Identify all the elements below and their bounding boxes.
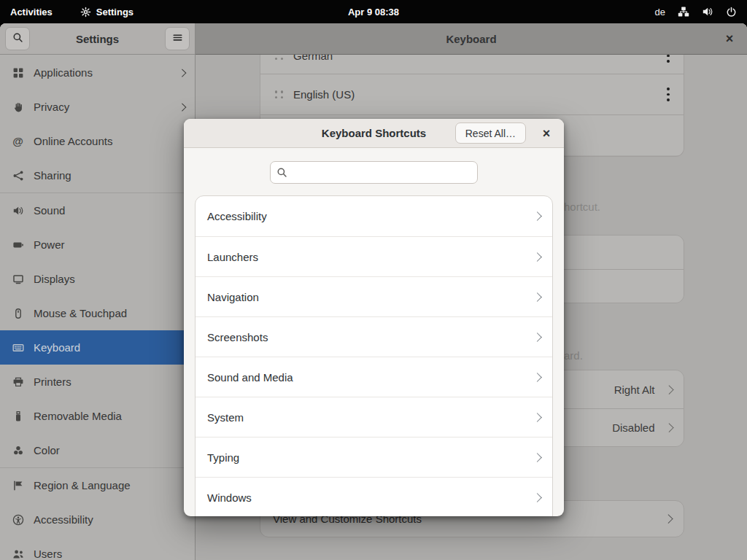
window-close-button[interactable]: × <box>719 28 740 49</box>
top-bar: Activities Settings Apr 9 08:38 de <box>0 0 747 23</box>
search-icon <box>12 32 23 46</box>
shortcut-category-sound-and-media[interactable]: Sound and Media <box>196 357 552 397</box>
chevron-right-icon <box>533 332 542 342</box>
chevron-right-icon <box>665 385 673 394</box>
page-title: Keyboard <box>196 23 747 54</box>
chevron-right-icon <box>533 413 542 422</box>
search-icon <box>276 167 287 181</box>
sidebar-item-removable-media[interactable]: Removable Media <box>0 399 195 433</box>
color-circles-icon <box>12 444 24 456</box>
shortcut-category-system[interactable]: System <box>196 397 552 437</box>
sidebar-item-applications[interactable]: Applications <box>0 55 195 90</box>
chevron-right-icon <box>533 453 542 462</box>
sidebar-item-label: Keyboard <box>34 341 80 354</box>
sidebar-item-sound[interactable]: Sound <box>0 193 195 228</box>
power-battery-icon <box>12 238 24 251</box>
dialog-close-button[interactable]: × <box>536 123 557 144</box>
sidebar-item-label: Color <box>34 444 60 456</box>
focused-app-label: Settings <box>96 7 133 18</box>
sidebar-item-mouse-touchpad[interactable]: Mouse & Touchpad <box>0 296 195 330</box>
shortcut-category-label: Navigation <box>207 291 259 303</box>
input-source-row-english-us[interactable]: English (US) <box>260 74 684 114</box>
shortcut-category-label: Accessibility <box>207 210 267 222</box>
shortcut-category-screenshots[interactable]: Screenshots <box>196 316 552 357</box>
sidebar: Settings ApplicationsPrivacy@Online Acco… <box>0 23 196 560</box>
drag-handle-icon <box>275 90 284 98</box>
sidebar-headerbar: Settings <box>0 23 195 55</box>
printer-icon <box>12 376 24 388</box>
kebab-menu-icon[interactable] <box>665 55 672 66</box>
input-source-row-german[interactable]: German <box>260 55 684 74</box>
sidebar-item-label: Displays <box>34 273 75 285</box>
shortcut-categories-list: AccessibilityLaunchersNavigationScreensh… <box>195 195 553 516</box>
shortcut-category-label: Sound and Media <box>207 371 293 384</box>
shortcut-category-label: Screenshots <box>207 331 268 343</box>
shortcut-category-launchers[interactable]: Launchers <box>196 236 552 276</box>
power-icon[interactable] <box>726 7 737 18</box>
sidebar-item-label: Power <box>34 238 65 251</box>
sidebar-item-label: Users <box>34 548 62 560</box>
sidebar-item-keyboard[interactable]: Keyboard <box>0 330 195 365</box>
sidebar-item-label: Region & Language <box>34 479 131 491</box>
sidebar-item-online-accounts[interactable]: @Online Accounts <box>0 124 195 158</box>
online-accounts-at-icon: @ <box>12 135 24 147</box>
search-button[interactable] <box>5 27 30 50</box>
system-status-area[interactable]: de <box>655 6 747 18</box>
close-icon: × <box>543 127 551 141</box>
sidebar-item-label: Removable Media <box>34 410 122 422</box>
shortcut-category-label: System <box>207 411 244 424</box>
shortcut-category-typing[interactable]: Typing <box>196 437 552 477</box>
main-headerbar: Keyboard × <box>196 23 747 55</box>
privacy-hand-icon <box>12 101 24 113</box>
sidebar-item-printers[interactable]: Printers <box>0 365 195 399</box>
sidebar-item-label: Accessibility <box>34 513 93 526</box>
chevron-right-icon <box>664 514 673 523</box>
sidebar-item-displays[interactable]: Displays <box>0 262 195 296</box>
input-source-label: English (US) <box>293 88 355 101</box>
sidebar-item-power[interactable]: Power <box>0 228 195 262</box>
sidebar-item-label: Applications <box>34 66 93 79</box>
chevron-right-icon <box>533 211 542 221</box>
sidebar-item-label: Sharing <box>34 169 71 182</box>
special-entry-description-fragment: ard. <box>564 349 583 362</box>
sidebar-item-color[interactable]: Color <box>0 433 195 467</box>
keyboard-icon <box>12 341 24 354</box>
sidebar-item-label: Sound <box>34 204 65 217</box>
sidebar-item-users[interactable]: Users <box>0 537 195 560</box>
sidebar-item-label: Privacy <box>34 101 69 113</box>
shortcut-search-field <box>270 161 478 184</box>
sound-speaker-icon <box>12 204 24 217</box>
sidebar-item-sharing[interactable]: Sharing <box>0 158 195 192</box>
search-input[interactable] <box>271 162 477 183</box>
dialog-headerbar: Keyboard Shortcuts Reset All… × <box>184 119 564 148</box>
sidebar-item-region-language[interactable]: Region & Language <box>0 468 195 502</box>
close-icon: × <box>726 32 734 46</box>
switching-description-fragment: hortcut. <box>564 201 600 213</box>
sidebar-item-label: Mouse & Touchpad <box>34 307 127 319</box>
settings-window: Settings ApplicationsPrivacy@Online Acco… <box>0 23 747 560</box>
shortcut-category-navigation[interactable]: Navigation <box>196 276 552 316</box>
input-source-label: German <box>293 55 333 62</box>
keyboard-layout-indicator[interactable]: de <box>655 7 665 18</box>
chevron-right-icon <box>533 373 542 382</box>
primary-menu-button[interactable] <box>165 27 190 50</box>
reset-all-button[interactable]: Reset All… <box>455 122 526 144</box>
applications-grid-icon <box>12 66 24 79</box>
chevron-right-icon <box>533 493 542 502</box>
gear-icon <box>80 7 91 18</box>
sidebar-item-accessibility[interactable]: Accessibility <box>0 502 195 537</box>
special-row-value: Disabled <box>612 421 654 434</box>
shortcut-category-accessibility[interactable]: Accessibility <box>196 196 552 236</box>
activities-button[interactable]: Activities <box>0 0 63 23</box>
mouse-icon <box>12 307 24 319</box>
clock-button[interactable]: Apr 9 08:38 <box>348 0 399 23</box>
focused-app-menu[interactable]: Settings <box>70 0 144 23</box>
kebab-menu-icon[interactable] <box>665 85 672 104</box>
removable-media-usb-icon <box>12 410 24 422</box>
shortcut-category-windows[interactable]: Windows <box>196 477 552 516</box>
region-language-flag-icon <box>12 479 24 491</box>
speaker-volume-icon[interactable] <box>702 6 713 18</box>
wired-network-icon[interactable] <box>678 6 689 18</box>
sidebar-item-label: Online Accounts <box>34 135 112 147</box>
sidebar-item-privacy[interactable]: Privacy <box>0 90 195 124</box>
